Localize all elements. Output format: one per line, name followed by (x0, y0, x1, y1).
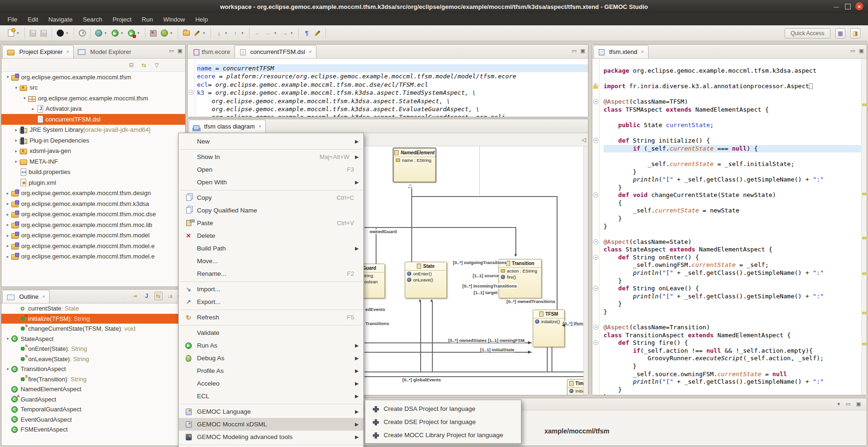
diagram-class-timedsystem[interactable]: TimedSysteminitialize() (567, 379, 583, 395)
hide-fields-icon[interactable]: J (143, 292, 151, 300)
xtend-code-editor[interactable]: +−−−−−−−− package org.eclipse.gemoc.exam… (592, 59, 867, 395)
maximize-view-icon[interactable]: ▣ (178, 48, 182, 54)
code-line[interactable] (604, 75, 861, 83)
clock-icon[interactable] (77, 29, 87, 38)
tree-item[interactable]: ▸org.eclipse.gemoc.example.moccml.tfsm.m… (1, 230, 185, 241)
outline-item[interactable]: CNamedElementAspect (1, 384, 185, 394)
code-line[interactable]: _self.currentState = _self.initialState; (604, 160, 861, 168)
expand-arrow-icon[interactable]: ▸ (13, 138, 20, 143)
tree-item[interactable]: ▸org.eclipse.gemoc.example.moccml.tfsm.k… (1, 198, 185, 209)
menu-item-new[interactable]: New▶ (179, 135, 363, 148)
tree-item[interactable]: ▸org.eclipse.gemoc.example.moccml.tfsm.d… (1, 188, 185, 199)
close-tab-icon[interactable]: × (641, 49, 644, 54)
collapse-all-icon[interactable]: ⊟ (127, 61, 136, 69)
ruler-mark[interactable] (862, 312, 866, 314)
expand-arrow-icon[interactable]: ▸ (13, 159, 20, 164)
code-line[interactable]: import fr.inria.diverse.k3.al.annotation… (604, 83, 861, 91)
menu-item-copy[interactable]: CopyCtrl+C (179, 191, 363, 204)
code-line[interactable]: def String initialize() { (604, 137, 861, 145)
maximize-view-icon[interactable]: ▣ (581, 48, 585, 54)
open-folder-icon[interactable] (181, 29, 191, 38)
code-line[interactable]: @Aspect(className=State) (604, 238, 861, 246)
collapse-panel-icon[interactable]: ◁ (582, 136, 588, 143)
maximize-icon[interactable] (845, 4, 851, 9)
link-with-editor-icon[interactable]: ⇥ (131, 292, 139, 300)
tab-outline[interactable]: Outline × (2, 290, 50, 303)
menu-item-profile-as[interactable]: Profile As▶ (179, 364, 363, 377)
run-icon[interactable]: ▶ (110, 29, 120, 38)
expand-arrow-icon[interactable]: ▸ (4, 254, 11, 259)
expand-arrow-icon[interactable]: ▾ (4, 75, 11, 79)
code-line[interactable]: name = concurrentTFSM (197, 64, 588, 72)
code-line[interactable]: println("[" + _self.getClass().getSimple… (604, 269, 861, 277)
tree-item[interactable]: ▾org.eclipse.gemoc.example.moccml.tfsm (1, 93, 185, 104)
outline-item[interactable]: onEnter(State) : String (1, 344, 185, 354)
minimize-view-icon[interactable]: ▭ (845, 401, 850, 407)
menu-item-copy-qualified-name[interactable]: Copy Qualified Name (179, 204, 363, 217)
code-line[interactable]: package org.eclipse.gemoc.example.moccml… (604, 67, 861, 75)
expand-arrow-icon[interactable]: ▸ (4, 222, 11, 227)
expand-arrow-icon[interactable]: ▸ (4, 233, 11, 238)
run-coverage-dropdown-icon[interactable]: ▾ (137, 31, 142, 35)
tree-item[interactable]: ▸org.eclipse.gemoc.example.moccml.tfsm.m… (1, 241, 185, 251)
ruler-mark[interactable] (862, 237, 866, 239)
tab-tfsm-ecore[interactable]: tfsm.ecore (189, 45, 234, 58)
expand-arrow-icon[interactable]: ▾ (4, 367, 11, 371)
paintbrush-dropdown-icon[interactable]: ▾ (203, 31, 207, 35)
tree-item[interactable]: build.properties (1, 167, 185, 178)
run-coverage-icon[interactable]: ▶ (127, 29, 136, 38)
fold-collapse-icon[interactable]: − (593, 286, 598, 291)
link-with-editor-icon[interactable]: ⇆ (140, 61, 148, 69)
tab-concurrenttfsm-dsl[interactable]: concurrentTFSM.dsl × (234, 45, 317, 58)
menubar-item-run[interactable]: Run (137, 15, 158, 24)
expand-arrow-icon[interactable]: ▾ (21, 96, 28, 100)
perspective-other-icon[interactable]: ◨ (850, 28, 860, 38)
code-line[interactable]: class TFSMAspect extends NamedElementAsp… (604, 106, 861, 114)
fold-collapse-icon[interactable]: − (593, 192, 598, 197)
save-all-icon[interactable] (39, 29, 48, 38)
code-line[interactable]: def String onLeave() { (604, 285, 861, 293)
code-line[interactable]: } (604, 277, 861, 285)
code-line[interactable]: @Aspect(className=TFSM) (604, 98, 861, 106)
fold-collapse-icon[interactable]: − (593, 325, 598, 330)
tree-item[interactable]: ▸org.eclipse.gemoc.example.moccml.tfsm.m… (1, 220, 185, 230)
code-line[interactable]: class StateAspect extends NamedElementAs… (604, 246, 861, 254)
expand-arrow-icon[interactable]: ▸ (30, 106, 37, 111)
menubar-item-project[interactable]: Project (108, 15, 136, 24)
menu-item-delete[interactable]: ✕Delete (179, 229, 363, 242)
outline-item[interactable]: CEventGuardAspect (1, 415, 185, 425)
menu-item-show-in[interactable]: Show InMaj+Alt+W▶ (179, 151, 363, 163)
tree-item[interactable]: ▸META-INF (1, 156, 185, 167)
minimize-view-icon[interactable]: ▭ (169, 48, 174, 54)
menu-item-run-as[interactable]: ▶Run As▶ (179, 339, 363, 352)
tree-item[interactable]: ▸Activator.java (1, 104, 185, 114)
back-icon[interactable]: ← (264, 29, 273, 38)
code-line[interactable]: k3 = org.eclipse.gemoc.example.moccml.tf… (197, 89, 588, 97)
code-line[interactable]: } (604, 386, 861, 394)
code-line[interactable]: org.eclipse.gemoc.example.moccml.tfsm.k3… (197, 113, 588, 117)
tree-item[interactable]: plugin.xml (1, 177, 185, 188)
menubar-item-edit[interactable]: Edit (23, 15, 43, 24)
code-line[interactable]: GroovyRunner.executeScript(_self.action,… (604, 355, 861, 363)
save-icon[interactable] (28, 29, 38, 38)
ruler-mark[interactable] (862, 193, 866, 195)
code-line[interactable] (604, 129, 861, 137)
sort-alpha-icon[interactable]: ↓a (166, 292, 174, 300)
run-dropdown-icon[interactable]: ▾ (121, 31, 125, 35)
maximize-view-icon[interactable]: ▣ (856, 401, 861, 407)
paintbrush-icon[interactable] (192, 29, 202, 38)
overview-ruler[interactable] (861, 59, 867, 395)
code-line[interactable] (604, 91, 861, 98)
maximize-view-icon[interactable]: ▣ (859, 48, 864, 54)
menu-item-build-path[interactable]: Build Path▶ (179, 242, 363, 255)
profile-icon[interactable] (55, 29, 65, 38)
menu-item-open-with[interactable]: Open With▶ (179, 176, 363, 189)
code-line[interactable]: } (604, 363, 861, 371)
code-line[interactable]: def void changeCurrentState(State newSta… (604, 191, 861, 199)
menu-item-gemoc-moccml-xdsml[interactable]: GEMOC Moccml xDSML▶ (179, 418, 363, 431)
outline-item[interactable]: fire(Transition) : String (1, 374, 185, 385)
menu-item-acceleo[interactable]: Acceleo▶ (179, 377, 363, 390)
code-line[interactable]: ecore = platform:/resource/org.eclipse.g… (197, 72, 588, 80)
menu-item-debug-as[interactable]: Debug As▶ (179, 352, 363, 364)
code-line[interactable]: public State currentState; (604, 121, 861, 129)
